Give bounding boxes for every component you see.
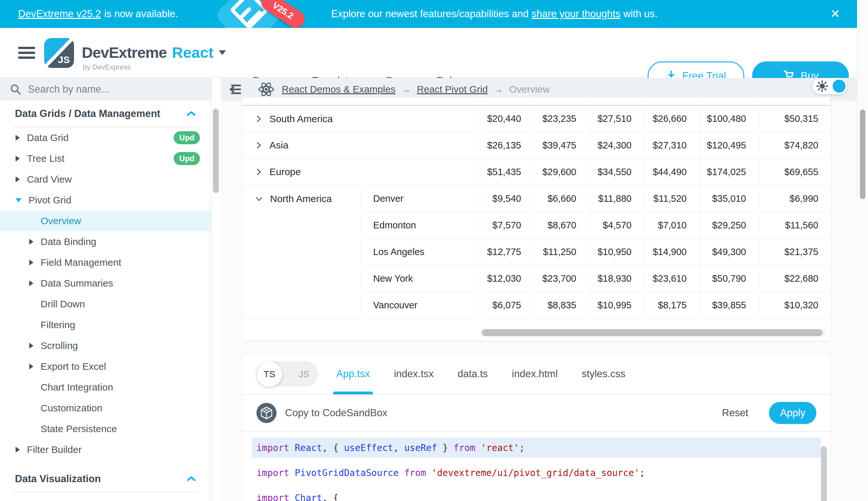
language-ts-label: TS: [264, 369, 275, 380]
expand-chevron-icon[interactable]: [254, 167, 263, 177]
code-line: import PivotGridDataSource from 'devextr…: [252, 463, 821, 483]
reset-button[interactable]: Reset: [722, 407, 748, 419]
sidebar-item-drill-down[interactable]: Drill Down: [0, 294, 211, 315]
row-label: North America: [270, 193, 332, 204]
sidebar-item-customization[interactable]: Customization: [0, 398, 211, 418]
cell-value: $39,475: [534, 132, 590, 159]
cell-value: $12,775: [480, 238, 534, 265]
react-logo-icon: [258, 82, 275, 97]
code-vertical-scrollbar[interactable]: [821, 446, 827, 501]
theme-toggle[interactable]: [812, 78, 847, 94]
cell-value: $12,030: [480, 265, 534, 292]
cell-value: $69,655: [759, 159, 831, 185]
sidebar-item-pivot-grid[interactable]: Pivot Grid: [0, 190, 211, 211]
sidebar-item-filter-builder[interactable]: Filter Builder: [0, 439, 211, 460]
table-row-europe: Europe $51,435 $29,600 $34,550 $44,490 $…: [242, 159, 831, 185]
cell-value: $44,490: [645, 159, 700, 185]
sidebar-item-state-persistence[interactable]: State Persistence: [0, 418, 211, 439]
language-js-label[interactable]: JS: [299, 362, 309, 387]
apply-button[interactable]: Apply: [769, 402, 816, 424]
sidebar-item-card-view[interactable]: Card View: [0, 169, 211, 190]
divider: [13, 492, 198, 492]
sidebar-item-data-grid[interactable]: Data Grid Upd: [0, 127, 211, 148]
table-row-north-america-denver: North America Denver $9,540 $6,660 $11,8…: [242, 185, 831, 212]
tab-index-html[interactable]: index.html: [512, 353, 558, 394]
cell-value: $26,660: [645, 105, 700, 132]
tab-styles-css[interactable]: styles.css: [582, 353, 625, 394]
cell-value: $11,880: [590, 185, 645, 212]
section-data-grids[interactable]: Data Grids / Data Management: [0, 101, 211, 127]
sidebar-item-field-management[interactable]: Field Management: [0, 252, 211, 273]
expand-chevron-icon[interactable]: [254, 141, 263, 150]
sidebar-item-overview[interactable]: Overview: [0, 211, 211, 231]
table-horizontal-scrollbar-thumb[interactable]: [482, 329, 823, 336]
sidebar-item-tree-list[interactable]: Tree List Upd: [0, 148, 211, 169]
chevron-down-icon[interactable]: [219, 50, 226, 55]
banner-message: Explore our newest features/capabilities…: [331, 0, 657, 28]
table-row-south-america: South America $20,440 $23,235 $27,510 $2…: [242, 105, 831, 132]
cell-value: $8,670: [534, 212, 590, 238]
collapse-chevron-icon[interactable]: [254, 195, 264, 203]
share-your-thoughts-link[interactable]: share your thoughts: [531, 8, 620, 20]
collapse-panel-icon[interactable]: [228, 83, 242, 96]
row-label: South America: [270, 114, 333, 125]
cell-value: $34,550: [590, 159, 645, 185]
sidebar-item-scrolling[interactable]: Scrolling: [0, 335, 211, 356]
expand-chevron-icon[interactable]: [254, 114, 263, 124]
tab-data-ts[interactable]: data.ts: [458, 353, 488, 394]
sidebar-item-chart-integration[interactable]: Chart Integration: [0, 377, 211, 398]
sidebar-scrollbar[interactable]: [213, 108, 219, 193]
sidebar-item-filtering[interactable]: Filtering: [0, 315, 211, 335]
copy-to-codesandbox-label[interactable]: Copy to CodeSandBox: [285, 407, 387, 419]
row-label: Asia: [270, 140, 288, 151]
tab-index-tsx[interactable]: index.tsx: [394, 353, 433, 394]
search-input[interactable]: [28, 84, 197, 95]
breadcrumb-pivot-grid-link[interactable]: React Pivot Grid: [417, 84, 487, 95]
triangle-right-icon: [15, 177, 20, 182]
cell-value: $24,300: [590, 132, 645, 159]
sidebar-item-export-to-excel[interactable]: Export to Excel: [0, 356, 211, 377]
announcement-version-link[interactable]: DevExtreme v25.2: [18, 8, 101, 20]
banner-message-pre: Explore our newest features/capabilities…: [331, 8, 528, 20]
triangle-right-icon: [15, 156, 20, 161]
cell-value: $7,570: [480, 212, 534, 238]
theme-toggle-knob[interactable]: [833, 79, 846, 93]
cell-value: $23,235: [534, 105, 590, 132]
tab-app-tsx[interactable]: App.tsx: [336, 353, 370, 394]
breadcrumb-demos-link[interactable]: React Demos & Examples: [282, 84, 395, 95]
codesandbox-icon[interactable]: [256, 403, 277, 423]
cell-value: $21,375: [759, 238, 831, 265]
page-scrollbar-thumb[interactable]: [860, 109, 865, 199]
cell-value: $11,250: [534, 238, 590, 265]
cell-value: $14,900: [645, 238, 700, 265]
chevron-up-icon: [186, 110, 196, 117]
site-header: JS DevExtreme React by DevExpress Demos …: [0, 28, 857, 78]
code-actions-row: Copy to CodeSandBox Reset Apply: [242, 395, 831, 432]
triangle-right-icon: [15, 447, 20, 452]
cell-value: $26,135: [480, 132, 534, 159]
cell-value: $7,010: [645, 212, 700, 238]
hamburger-menu-icon[interactable]: [18, 47, 35, 59]
language-switch[interactable]: TS JS: [256, 362, 318, 386]
close-icon[interactable]: ✕: [830, 0, 840, 28]
table-row-clipped: [242, 97, 831, 105]
language-switch-knob[interactable]: TS: [257, 362, 282, 387]
upd-badge: Upd: [174, 152, 200, 165]
upd-badge: Upd: [174, 131, 200, 144]
sidebar-item-data-summaries[interactable]: Data Summaries: [0, 273, 211, 294]
code-editor[interactable]: import React, { useEffect, useRef } from…: [242, 432, 831, 501]
code-panel: TS JS App.tsx index.tsx data.ts index.ht…: [242, 353, 831, 501]
devextreme-logo[interactable]: JS: [44, 38, 74, 68]
page-scrollbar: [857, 0, 868, 501]
triangle-down-icon: [15, 198, 21, 202]
cell-value: $174,025: [700, 159, 759, 185]
breadcrumb-separator: →: [494, 84, 504, 95]
cell-value: $27,310: [645, 132, 700, 159]
cell-value: $29,600: [534, 159, 590, 185]
banner-message-post: with us.: [623, 8, 657, 20]
brand-platform[interactable]: React: [172, 44, 213, 61]
section-data-visualization[interactable]: Data Visualization: [0, 466, 211, 492]
sidebar-item-data-binding[interactable]: Data Binding: [0, 231, 211, 252]
cell-value: $39,855: [700, 292, 759, 318]
cell-value: $23,700: [534, 265, 590, 292]
